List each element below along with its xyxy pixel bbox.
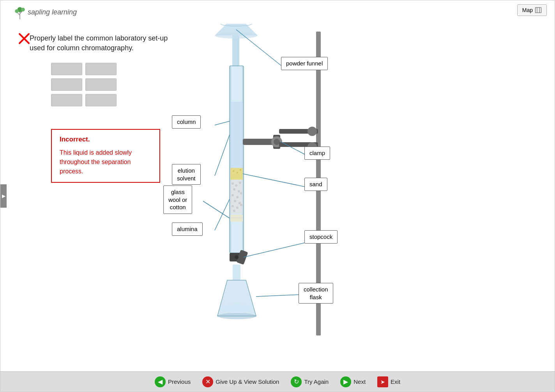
exit-label: Exit xyxy=(391,378,400,385)
map-icon xyxy=(535,7,542,14)
svg-point-39 xyxy=(240,204,242,206)
svg-line-59 xyxy=(215,121,230,125)
svg-rect-12 xyxy=(232,35,239,67)
svg-line-61 xyxy=(203,201,230,218)
svg-rect-6 xyxy=(536,7,541,13)
give-up-icon: ✕ xyxy=(202,376,213,387)
incorrect-x-mark xyxy=(18,32,30,48)
map-label: Map xyxy=(522,7,533,13)
drag-box-4[interactable] xyxy=(85,78,117,91)
svg-point-37 xyxy=(232,205,234,207)
question-line1: Properly label the common laboratory set… xyxy=(30,34,168,42)
svg-point-14 xyxy=(215,32,258,39)
svg-point-25 xyxy=(240,169,241,171)
svg-point-40 xyxy=(233,210,235,212)
svg-point-23 xyxy=(233,170,234,172)
give-up-button[interactable]: ✕ Give Up & View Solution xyxy=(202,376,279,387)
incorrect-title: Incorrect. xyxy=(60,136,152,143)
stopcock-text: stopcock xyxy=(309,233,332,240)
exit-icon: ➤ xyxy=(377,376,388,387)
next-label: Next xyxy=(354,378,366,385)
svg-point-24 xyxy=(237,172,238,173)
question-line2: used for column chromatography. xyxy=(30,44,134,52)
svg-point-48 xyxy=(308,127,317,136)
logo-icon xyxy=(12,4,28,20)
powder-funnel-text: powder funnel xyxy=(286,60,323,67)
svg-line-58 xyxy=(236,30,285,69)
svg-point-30 xyxy=(233,188,235,191)
glass-wool-text: glasswool orcotton xyxy=(168,189,187,210)
drag-box-6[interactable] xyxy=(85,94,117,106)
svg-point-38 xyxy=(236,207,239,209)
apparatus-svg xyxy=(156,24,507,359)
label-column: column xyxy=(172,115,201,129)
svg-rect-20 xyxy=(230,215,243,222)
svg-point-57 xyxy=(221,304,253,312)
main-container: sapling learning Map Properly label the … xyxy=(0,0,555,392)
label-stopcock: stopcock xyxy=(304,230,338,244)
svg-point-28 xyxy=(235,184,237,187)
drag-box-5[interactable] xyxy=(51,94,82,106)
drag-box-1[interactable] xyxy=(51,63,82,75)
clamp-text: clamp xyxy=(309,150,325,156)
map-button[interactable]: Map xyxy=(517,4,547,16)
elution-solvent-text: elutionsolvent xyxy=(177,167,196,182)
label-glass-wool: glasswool orcotton xyxy=(163,185,192,214)
alumina-text: alumina xyxy=(177,226,198,232)
previous-label: Previous xyxy=(168,378,191,385)
try-again-icon: ↻ xyxy=(291,376,302,387)
collection-flask-text: collectionflask xyxy=(304,286,328,300)
navigation-bar: ◀ Previous ✕ Give Up & View Solution ↻ T… xyxy=(0,371,555,392)
svg-line-64 xyxy=(244,242,308,257)
sand-text: sand xyxy=(309,181,322,187)
svg-line-63 xyxy=(215,135,230,176)
try-again-button[interactable]: ↻ Try Again xyxy=(291,376,329,387)
svg-point-27 xyxy=(232,182,234,185)
drag-box-2[interactable] xyxy=(85,63,117,75)
svg-point-35 xyxy=(234,200,236,202)
label-clamp: clamp xyxy=(304,147,330,160)
incorrect-feedback-box: Incorrect. This liquid is added slowly t… xyxy=(51,129,160,183)
label-elution-solvent: elutionsolvent xyxy=(172,164,201,185)
header: sapling learning xyxy=(12,4,77,20)
svg-rect-53 xyxy=(233,265,240,280)
label-sand: sand xyxy=(304,178,327,191)
svg-line-65 xyxy=(215,199,230,230)
label-alumina: alumina xyxy=(172,222,203,236)
svg-point-29 xyxy=(239,182,241,184)
svg-point-34 xyxy=(240,192,242,194)
svg-rect-41 xyxy=(230,102,243,168)
apparatus-area: powder funnel column clamp glasswool orc… xyxy=(156,24,507,359)
svg-line-62 xyxy=(243,174,308,187)
svg-point-33 xyxy=(236,196,239,198)
previous-button[interactable]: ◀ Previous xyxy=(155,376,191,387)
next-button[interactable]: ▶ Next xyxy=(340,376,366,387)
label-powder-funnel: powder funnel xyxy=(281,57,328,70)
label-collection-flask: collectionflask xyxy=(299,283,333,304)
svg-point-36 xyxy=(239,202,241,204)
svg-point-32 xyxy=(232,194,234,196)
give-up-label: Give Up & View Solution xyxy=(216,378,279,385)
incorrect-body: This liquid is added slowly throughout t… xyxy=(60,148,152,176)
svg-point-5 xyxy=(21,8,25,12)
left-tab[interactable]: ▶ xyxy=(0,184,7,208)
exit-button[interactable]: ➤ Exit xyxy=(377,376,400,387)
try-again-label: Try Again xyxy=(304,378,329,385)
svg-point-45 xyxy=(274,139,280,145)
svg-point-52 xyxy=(235,255,239,259)
svg-line-66 xyxy=(256,295,300,297)
question-text: Properly label the common laboratory set… xyxy=(30,34,168,53)
next-icon: ▶ xyxy=(340,376,351,387)
previous-icon: ◀ xyxy=(155,376,166,387)
drag-area xyxy=(51,63,117,106)
svg-point-4 xyxy=(15,9,19,13)
column-text: column xyxy=(177,118,196,125)
svg-point-31 xyxy=(238,190,240,192)
logo-text: sapling learning xyxy=(28,8,77,16)
drag-box-3[interactable] xyxy=(51,78,82,91)
